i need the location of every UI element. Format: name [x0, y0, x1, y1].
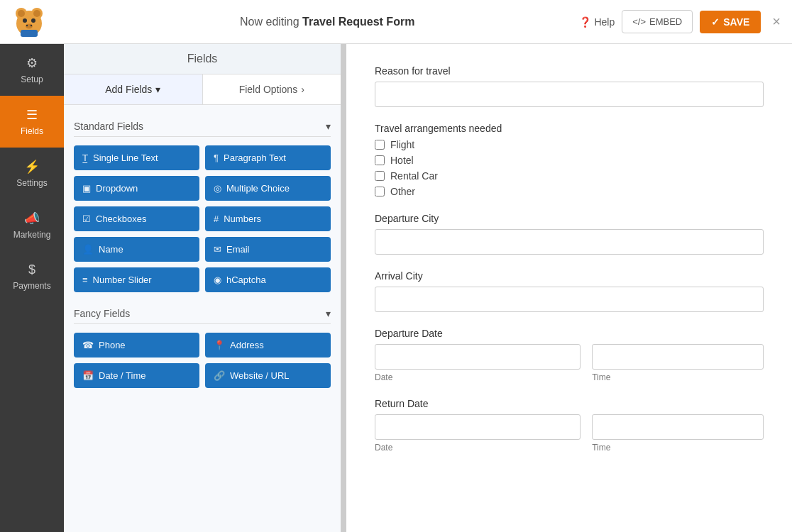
sidebar-item-fields[interactable]: ☰ Fields: [0, 96, 64, 148]
sidebar-item-marketing[interactable]: 📣 Marketing: [0, 199, 64, 251]
name-label: Name: [99, 244, 123, 255]
single-line-text-label: Single Line Text: [93, 153, 158, 163]
field-btn-phone[interactable]: ☎ Phone: [74, 333, 199, 358]
phone-icon: ☎: [82, 340, 94, 350]
sidebar-item-setup[interactable]: ⚙ Setup: [0, 44, 64, 96]
field-btn-number-slider[interactable]: ≡ Number Slider: [74, 267, 199, 292]
departure-time-input[interactable]: [592, 344, 764, 370]
return-date-sublabel: Date: [375, 443, 581, 453]
payments-icon: $: [28, 262, 35, 277]
address-label: Address: [230, 340, 264, 350]
tabs-bar: Add Fields ▾ Field Options ›: [64, 74, 341, 105]
checkbox-hotel: Hotel: [375, 155, 764, 166]
field-btn-dropdown[interactable]: ▣ Dropdown: [74, 176, 199, 201]
standard-fields-grid: T̲ Single Line Text ¶ Paragraph Text ▣ D…: [74, 145, 331, 292]
close-button[interactable]: ×: [772, 13, 781, 30]
logo-area: [11, 4, 75, 40]
tab-field-options[interactable]: Field Options ›: [203, 74, 341, 104]
checkbox-rental-car-input[interactable]: [375, 171, 385, 181]
field-btn-checkboxes[interactable]: ☑ Checkboxes: [74, 206, 199, 231]
return-time-input[interactable]: [592, 414, 764, 440]
svg-point-9: [31, 24, 32, 26]
collapse-icon: ▾: [326, 121, 331, 132]
tab-field-options-label: Field Options: [239, 84, 297, 95]
svg-point-3: [18, 10, 25, 17]
travel-arrangements-label: Travel arrangements needed: [375, 123, 764, 134]
sidebar-label-setup: Setup: [21, 74, 43, 84]
settings-icon: ⚡: [24, 159, 40, 174]
field-btn-address[interactable]: 📍 Address: [205, 333, 331, 358]
reason-for-travel-input[interactable]: [375, 82, 764, 107]
form-preview: Reason for travel Travel arrangements ne…: [346, 44, 792, 532]
chevron-right-icon: ›: [301, 84, 304, 95]
checkbox-hotel-input[interactable]: [375, 155, 385, 165]
departure-time-field: Time: [592, 344, 764, 382]
standard-fields-header[interactable]: Standard Fields ▾: [74, 116, 331, 137]
numbers-icon: #: [214, 214, 219, 224]
field-return-date: Return Date Date Time: [375, 398, 764, 453]
field-btn-paragraph-text[interactable]: ¶ Paragraph Text: [205, 145, 331, 170]
svg-point-5: [23, 18, 27, 23]
departure-city-input[interactable]: [375, 229, 764, 255]
field-btn-email[interactable]: ✉ Email: [205, 237, 331, 262]
svg-point-4: [33, 10, 40, 17]
fancy-fields-label: Fancy Fields: [74, 308, 130, 319]
sidebar-item-payments[interactable]: $ Payments: [0, 251, 64, 302]
checkbox-flight: Flight: [375, 139, 764, 150]
main-layout: ⚙ Setup ☰ Fields ⚡ Settings 📣 Marketing …: [0, 44, 792, 532]
hcaptcha-label: hCaptcha: [226, 275, 266, 285]
field-btn-name[interactable]: 👤 Name: [74, 237, 199, 262]
help-button[interactable]: ❓ Help: [579, 16, 615, 28]
check-icon: ✓: [711, 16, 720, 28]
fancy-fields-header[interactable]: Fancy Fields ▾: [74, 304, 331, 324]
marketing-icon: 📣: [24, 211, 40, 226]
email-label: Email: [226, 244, 250, 255]
checkbox-hotel-label: Hotel: [390, 155, 414, 166]
tab-add-fields-label: Add Fields: [105, 84, 152, 95]
sidebar-label-marketing: Marketing: [13, 230, 51, 240]
fancy-fields-grid: ☎ Phone 📍 Address 📅 Date / Time 🔗 Websit…: [74, 333, 331, 388]
multiple-choice-label: Multiple Choice: [226, 183, 290, 194]
checkboxes-icon: ☑: [82, 214, 91, 224]
svg-point-6: [31, 18, 35, 23]
embed-button[interactable]: </> EMBED: [622, 10, 693, 33]
field-btn-numbers[interactable]: # Numbers: [205, 206, 331, 231]
checkbox-other-input[interactable]: [375, 187, 385, 196]
paragraph-text-label: Paragraph Text: [224, 153, 286, 163]
field-reason-for-travel: Reason for travel: [375, 65, 764, 107]
departure-city-label: Departure City: [375, 213, 764, 224]
fields-scroll: Standard Fields ▾ T̲ Single Line Text ¶ …: [64, 105, 341, 532]
field-arrival-city: Arrival City: [375, 270, 764, 312]
multiple-choice-icon: ◎: [214, 183, 221, 194]
header-title: Now editing Travel Request Form: [75, 16, 579, 28]
departure-date-input[interactable]: [375, 344, 581, 370]
help-icon: ❓: [579, 16, 591, 28]
checkboxes-label: Checkboxes: [96, 214, 147, 224]
top-header: Now editing Travel Request Form ❓ Help <…: [0, 0, 792, 44]
tab-add-fields[interactable]: Add Fields ▾: [64, 74, 203, 104]
field-btn-website-url[interactable]: 🔗 Website / URL: [205, 363, 331, 388]
field-btn-hcaptcha[interactable]: ◉ hCaptcha: [205, 267, 331, 292]
sidebar-item-settings[interactable]: ⚡ Settings: [0, 148, 64, 199]
numbers-label: Numbers: [224, 214, 261, 224]
hcaptcha-icon: ◉: [214, 275, 221, 285]
checkbox-flight-input[interactable]: [375, 140, 385, 150]
website-url-icon: 🔗: [214, 370, 225, 381]
return-date-input[interactable]: [375, 414, 581, 440]
date-time-icon: 📅: [82, 370, 94, 381]
field-btn-multiple-choice[interactable]: ◎ Multiple Choice: [205, 176, 331, 201]
field-btn-date-time[interactable]: 📅 Date / Time: [74, 363, 199, 388]
checkbox-rental-car: Rental Car: [375, 170, 764, 182]
field-btn-single-line-text[interactable]: T̲ Single Line Text: [74, 145, 199, 170]
save-button[interactable]: ✓ SAVE: [700, 11, 761, 33]
standard-fields-label: Standard Fields: [74, 121, 143, 132]
arrival-city-label: Arrival City: [375, 270, 764, 282]
return-time-field: Time: [592, 414, 764, 453]
return-time-sublabel: Time: [592, 443, 764, 453]
return-date-field: Date: [375, 414, 581, 453]
fields-panel: Fields Add Fields ▾ Field Options › Stan…: [64, 44, 341, 532]
arrival-city-input[interactable]: [375, 287, 764, 312]
chevron-down-icon: ▾: [155, 84, 160, 95]
phone-label: Phone: [99, 340, 126, 350]
checkbox-flight-label: Flight: [390, 139, 414, 150]
